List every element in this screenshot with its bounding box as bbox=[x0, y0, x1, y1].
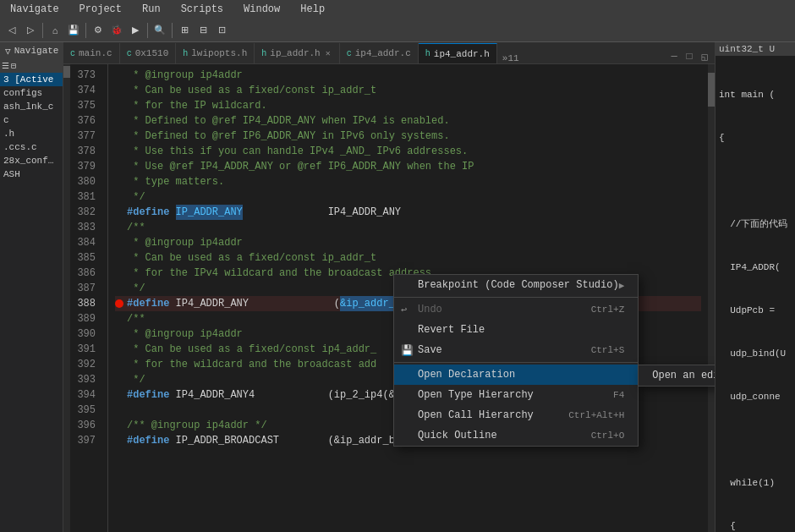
sidebar-item-ccs[interactable]: .ccs.c bbox=[0, 140, 63, 154]
sidebar-item-28x[interactable]: 28x_configi bbox=[0, 154, 63, 167]
context-menu-open-declaration[interactable]: Open Declaration Open an editor on the s… bbox=[394, 365, 638, 385]
minimap[interactable] bbox=[708, 64, 715, 532]
code-text-386: * for the IPv4 wildcard and the broadcas… bbox=[127, 266, 431, 281]
tab-icon-ipaddrh: h bbox=[261, 49, 266, 58]
quick-outline-shortcut: Ctrl+O bbox=[591, 431, 625, 441]
sidebar: ▽ Navigate ☰ ⊟ 3 [Active configs ash_lnk… bbox=[0, 42, 63, 532]
submenu-open-editor[interactable]: Open an editor on the selected eleme bbox=[639, 365, 715, 386]
linenum-373: 373 bbox=[70, 68, 101, 83]
code-text-374: * Can be used as a fixed/const ip_addr_t bbox=[127, 83, 376, 98]
menu-navigate[interactable]: Navigate bbox=[7, 2, 63, 17]
right-line-5: UdpPcb = bbox=[719, 304, 792, 318]
toolbar-build[interactable]: ⚙ bbox=[90, 22, 107, 39]
code-editor: 373 374 375 376 377 378 379 380 381 382 … bbox=[63, 64, 715, 532]
win-maximize[interactable]: □ bbox=[683, 50, 696, 63]
code-line-374: * Can be used as a fixed/const ip_addr_t bbox=[115, 83, 701, 98]
code-text-376: * Defined to @ref IP4_ADDR_ANY when IPv4… bbox=[127, 113, 450, 129]
toolbar-panels[interactable]: ⊟ bbox=[195, 22, 211, 39]
sidebar-item-label-h: .h bbox=[3, 129, 14, 139]
sidebar-item-label-configs: configs bbox=[3, 88, 42, 98]
undo-label: Undo bbox=[418, 304, 442, 315]
toolbar-back[interactable]: ◁ bbox=[3, 22, 20, 39]
tab-ip4-addr-c[interactable]: c ip4_addr.c bbox=[340, 43, 419, 63]
right-line-4: IP4_ADDR( bbox=[719, 261, 792, 275]
toolbar-debug[interactable]: 🐞 bbox=[108, 22, 125, 39]
code-define-382: #define bbox=[127, 205, 176, 220]
toolbar-save[interactable]: 💾 bbox=[65, 22, 82, 39]
code-define-388: #define bbox=[127, 296, 176, 311]
context-menu-revert[interactable]: Revert File bbox=[394, 320, 638, 340]
left-gutter bbox=[63, 64, 70, 532]
context-menu-type-hierarchy[interactable]: Open Type Hierarchy F4 bbox=[394, 385, 638, 405]
tab-0x1510[interactable]: c 0x1510 bbox=[120, 43, 177, 63]
tab-ip4-addr-h[interactable]: h ip4_addr.h bbox=[419, 43, 497, 63]
tab-main-c[interactable]: c main.c bbox=[63, 43, 120, 63]
context-menu-undo[interactable]: ↩ Undo Ctrl+Z bbox=[394, 299, 638, 320]
toolbar-search[interactable]: 🔍 bbox=[151, 22, 168, 39]
right-line-10: { bbox=[719, 519, 792, 532]
tab-ip-addr-h[interactable]: h ip_addr.h ✕ bbox=[255, 43, 339, 63]
code-text-385b: a fixed/const ip_addr_t bbox=[230, 250, 376, 266]
linenum-389: 389 bbox=[70, 311, 101, 326]
breakpoint-label: Breakpoint (Code Composer Studio) bbox=[418, 279, 619, 291]
toolbar-layout[interactable]: ⊡ bbox=[213, 22, 230, 39]
sidebar-item-3[interactable]: 3 [Active bbox=[0, 73, 63, 86]
context-menu-call-hierarchy[interactable]: Open Call Hierarchy Ctrl+Alt+H bbox=[394, 405, 638, 425]
menu-run[interactable]: Run bbox=[139, 2, 164, 17]
code-text-380: * type matters. bbox=[127, 174, 224, 189]
sidebar-tab-collapse[interactable]: ⊟ bbox=[11, 61, 16, 71]
tab-close-ipaddrh[interactable]: ✕ bbox=[324, 48, 332, 58]
sidebar-item-label-3: 3 [Active bbox=[3, 74, 53, 85]
quick-outline-label: Quick Outline bbox=[418, 430, 497, 442]
menu-project[interactable]: Project bbox=[76, 2, 125, 17]
sidebar-item-label-ASH: ASH bbox=[3, 169, 20, 179]
toolbar-forward[interactable]: ▷ bbox=[22, 22, 39, 39]
tab-overflow[interactable]: »11 bbox=[497, 53, 524, 63]
sidebar-item-h[interactable]: .h bbox=[0, 127, 63, 140]
menu-help[interactable]: Help bbox=[297, 2, 328, 17]
tab-lwipopts[interactable]: h lwipopts.h bbox=[176, 43, 255, 63]
code-text-392: * for the wildcard and the broadcast add bbox=[127, 357, 376, 372]
linenum-391: 391 bbox=[70, 342, 101, 357]
code-line-377: * Defined to @ref IP6_ADDR_ANY in IPv6 o… bbox=[115, 129, 701, 144]
toolbar-sep-1 bbox=[42, 23, 43, 38]
code-line-383: /** bbox=[115, 220, 701, 235]
code-as-385: as bbox=[218, 250, 230, 266]
toolbar-home[interactable]: ⌂ bbox=[47, 22, 63, 39]
code-define-397: #define bbox=[127, 433, 176, 448]
right-line-9: while(1) bbox=[719, 476, 792, 491]
right-line-0: int main ( bbox=[719, 88, 792, 102]
sidebar-item-c[interactable]: c bbox=[0, 113, 63, 127]
linenum-397: 397 bbox=[70, 433, 101, 448]
code-text-385: * Can be used bbox=[127, 250, 218, 266]
linenum-381: 381 bbox=[70, 189, 101, 205]
linenum-376: 376 bbox=[70, 113, 101, 129]
toolbar-grid[interactable]: ⊞ bbox=[176, 22, 193, 39]
sidebar-item-configs[interactable]: configs bbox=[0, 86, 63, 100]
right-line-8 bbox=[719, 433, 792, 447]
right-line-1: { bbox=[719, 131, 792, 145]
code-line-380: * type matters. bbox=[115, 174, 701, 189]
sidebar-item-ASH[interactable]: ASH bbox=[0, 167, 63, 181]
right-panel: uint32_t U int main ( { //下面的代码 IP4_ADDR… bbox=[715, 42, 795, 532]
sidebar-tab-filter[interactable]: ☰ bbox=[2, 61, 9, 71]
code-text-378: * Use this if you can handle IPv4 _AND_ … bbox=[127, 144, 468, 159]
sidebar-item-label-ash: ash_lnk_c bbox=[3, 101, 53, 112]
toolbar-run[interactable]: ▶ bbox=[127, 22, 144, 39]
menu-window[interactable]: Window bbox=[240, 2, 283, 17]
window-controls: ─ □ ◱ bbox=[667, 50, 715, 63]
sidebar-item-ash[interactable]: ash_lnk_c bbox=[0, 100, 63, 113]
context-menu-quick-outline[interactable]: Quick Outline Ctrl+O bbox=[394, 425, 638, 446]
code-text-389: /** bbox=[127, 311, 145, 326]
menu-scripts[interactable]: Scripts bbox=[178, 2, 227, 17]
context-menu-save[interactable]: 💾 Save Ctrl+S bbox=[394, 340, 638, 360]
tab-icon-lwip: h bbox=[183, 49, 188, 58]
context-menu-sep-2 bbox=[394, 362, 638, 363]
win-minimize[interactable]: ─ bbox=[667, 50, 681, 63]
context-menu: Breakpoint (Code Composer Studio) ▶ ↩ Un… bbox=[393, 274, 639, 447]
win-restore[interactable]: ◱ bbox=[698, 50, 711, 63]
menubar: Navigate Project Run Scripts Window Help bbox=[0, 0, 795, 19]
sidebar-collapse-icon[interactable]: ▽ bbox=[5, 46, 11, 57]
code-text-381: */ bbox=[127, 189, 145, 205]
context-menu-breakpoint[interactable]: Breakpoint (Code Composer Studio) ▶ bbox=[394, 275, 638, 295]
